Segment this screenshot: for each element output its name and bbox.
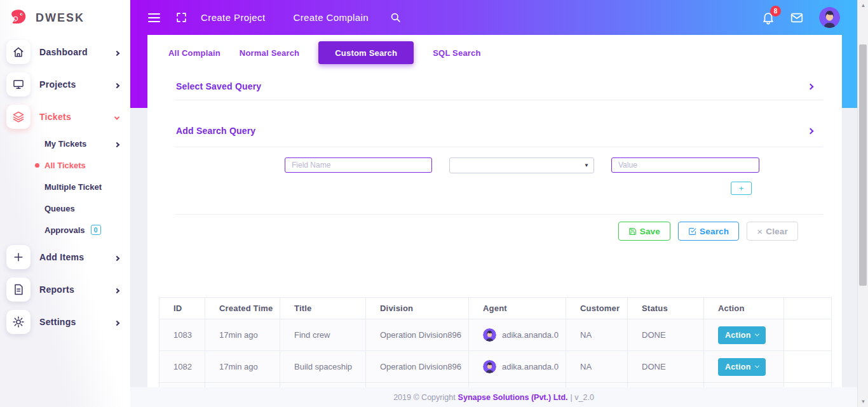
col-action: Action <box>704 298 784 319</box>
action-dropdown-button[interactable]: Action <box>718 358 766 376</box>
sidebar-subitem-label: Queues <box>44 204 75 213</box>
home-icon <box>6 40 31 64</box>
cell-created-time: 17min ago <box>205 319 280 351</box>
col-customer: Customer <box>566 298 628 319</box>
create-complain-link[interactable]: Create Complain <box>293 12 369 23</box>
sidebar-item-projects[interactable]: Projects <box>0 68 130 100</box>
monitor-icon <box>6 72 31 97</box>
scroll-up-arrow[interactable]: ▲ <box>858 0 868 11</box>
sidebar-subitem-label: All Tickets <box>44 161 86 170</box>
cell-customer: NA <box>566 351 628 383</box>
active-bullet-icon <box>35 163 39 168</box>
check-square-icon <box>688 227 696 236</box>
fullscreen-icon[interactable] <box>175 11 187 23</box>
cell-created-time: 17min ago <box>205 351 280 383</box>
sidebar-subitem-label: My Tickets <box>44 139 86 149</box>
table-row: 1082 17min ago Build spaceship Operation… <box>159 351 832 383</box>
sidebar-item-approvals[interactable]: Approvals 0 <box>0 219 130 241</box>
sidebar-item-label: Add Items <box>39 252 84 262</box>
footer-copyright: 2019 © Copyright <box>393 393 455 402</box>
plus-icon <box>6 245 31 269</box>
search-tabs: All Complain Normal Search Custom Search… <box>168 41 481 64</box>
sidebar-subitem-label: Approvals <box>44 225 85 235</box>
chevron-right-icon <box>808 83 814 90</box>
tab-sql-search[interactable]: SQL Search <box>433 48 480 58</box>
cell-title: Build spaceship <box>280 351 366 383</box>
chevron-down-icon <box>755 364 759 368</box>
sidebar-item-all-tickets[interactable]: All Tickets <box>0 154 130 176</box>
content-card: All Complain Normal Search Custom Search… <box>147 35 842 388</box>
col-agent: Agent <box>469 298 566 319</box>
chevron-right-icon <box>115 316 119 328</box>
value-input[interactable] <box>611 157 759 173</box>
tab-custom-search[interactable]: Custom Search <box>318 41 414 64</box>
agent-avatar <box>483 360 496 373</box>
sidebar-item-settings[interactable]: Settings <box>0 305 130 338</box>
clear-label: Clear <box>766 227 788 236</box>
sidebar-item-multiple-ticket[interactable]: Multiple Ticket <box>0 176 130 197</box>
col-id: ID <box>159 298 205 319</box>
chevron-right-icon <box>115 251 119 263</box>
sidebar-item-add-items[interactable]: Add Items <box>0 241 130 273</box>
sidebar-item-dashboard[interactable]: Dashboard <box>0 36 130 68</box>
cell-id: 1082 <box>159 351 205 383</box>
agent-name: adika.ananda.0 <box>502 330 559 340</box>
sidebar-subitem-label: Multiple Ticket <box>44 182 102 192</box>
sidebar-item-label: Tickets <box>39 112 71 122</box>
chevron-right-icon <box>115 46 119 58</box>
sidebar-item-reports[interactable]: Reports <box>0 273 130 305</box>
create-project-link[interactable]: Create Project <box>201 12 265 23</box>
add-search-query-toggle[interactable]: Add Search Query <box>176 125 813 137</box>
cell-division: Operation Division896 <box>366 319 469 351</box>
col-spacer <box>784 298 832 319</box>
cell-title: Find crew <box>280 319 366 351</box>
action-dropdown-button[interactable]: Action <box>718 326 766 344</box>
divider <box>175 147 823 147</box>
save-button[interactable]: Save <box>618 222 670 241</box>
section-title: Select Saved Query <box>176 81 261 91</box>
select-saved-query-toggle[interactable]: Select Saved Query <box>176 81 813 92</box>
notifications-bell-icon[interactable]: 8 <box>761 11 775 25</box>
cell-status: DONE <box>628 319 704 351</box>
agent-avatar <box>483 328 496 342</box>
footer-version: | v_2.0 <box>571 393 594 402</box>
cell-customer: NA <box>566 319 628 351</box>
search-label: Search <box>700 227 729 236</box>
query-builder-row: ▼ <box>147 157 842 173</box>
clear-button[interactable]: × Clear <box>747 222 798 241</box>
search-icon[interactable] <box>390 11 402 23</box>
divider <box>175 100 823 100</box>
user-avatar[interactable] <box>819 7 840 28</box>
save-label: Save <box>640 227 660 236</box>
operator-select[interactable] <box>449 157 594 173</box>
col-created-time: Created Time <box>205 298 280 319</box>
footer-company-link[interactable]: Synapse Solutions (Pvt.) Ltd. <box>458 393 568 402</box>
sidebar-item-tickets[interactable]: Tickets <box>0 100 130 133</box>
cell-id: 1083 <box>159 319 205 351</box>
sidebar-item-label: Dashboard <box>39 47 88 57</box>
table-header-row: ID Created Time Title Division Agent Cus… <box>159 298 832 319</box>
cell-action: Action <box>704 319 784 351</box>
cell-spacer <box>784 319 832 351</box>
scroll-down-arrow[interactable]: ▼ <box>858 396 868 407</box>
search-button[interactable]: Search <box>678 222 739 241</box>
col-status: Status <box>628 298 704 319</box>
scrollbar-thumb[interactable] <box>859 44 867 286</box>
add-condition-button[interactable]: + <box>731 182 752 195</box>
hamburger-menu-icon[interactable] <box>148 12 160 23</box>
table-row: 1083 17min ago Find crew Operation Divis… <box>159 319 832 351</box>
sidebar-item-queues[interactable]: Queues <box>0 197 130 219</box>
agent-name: adika.ananda.0 <box>502 362 559 371</box>
field-name-input[interactable] <box>285 157 432 173</box>
tab-normal-search[interactable]: Normal Search <box>240 48 299 58</box>
tab-all-complain[interactable]: All Complain <box>168 48 220 58</box>
gear-icon <box>6 310 31 334</box>
document-icon <box>6 277 31 302</box>
sidebar-item-my-tickets[interactable]: My Tickets <box>0 133 130 154</box>
brand-logo[interactable]: DWESK <box>0 0 130 36</box>
chevron-down-icon <box>115 111 119 123</box>
chevron-right-icon <box>115 284 119 295</box>
mail-icon[interactable] <box>790 11 804 25</box>
divider <box>175 214 823 215</box>
chevron-right-icon <box>115 79 119 90</box>
